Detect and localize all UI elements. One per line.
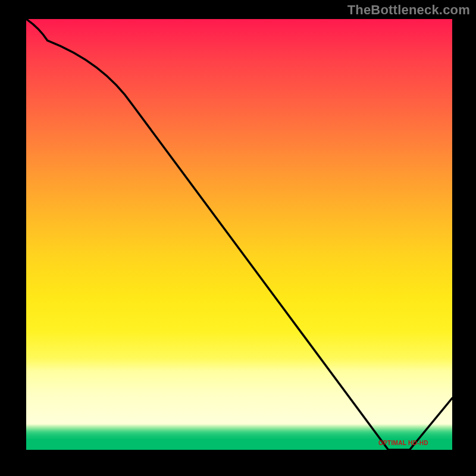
bottleneck-curve — [26, 19, 452, 450]
watermark-text: TheBottleneck.com — [347, 2, 470, 18]
curve-path — [26, 19, 452, 450]
plot-area: OPTIMAL HD-HD — [24, 19, 452, 452]
chart-frame: TheBottleneck.com OPTIMAL HD-HD — [0, 0, 476, 476]
